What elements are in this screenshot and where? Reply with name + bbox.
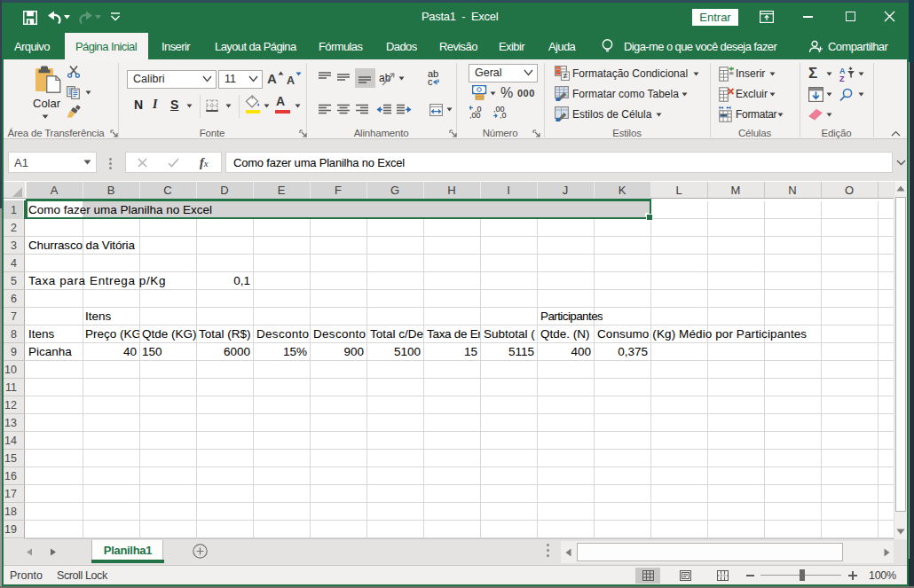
- svg-text:,00: ,00: [469, 111, 481, 119]
- svg-text:Z: Z: [839, 74, 845, 82]
- svg-text:c: c: [428, 76, 433, 86]
- svg-text:,0: ,0: [500, 111, 507, 119]
